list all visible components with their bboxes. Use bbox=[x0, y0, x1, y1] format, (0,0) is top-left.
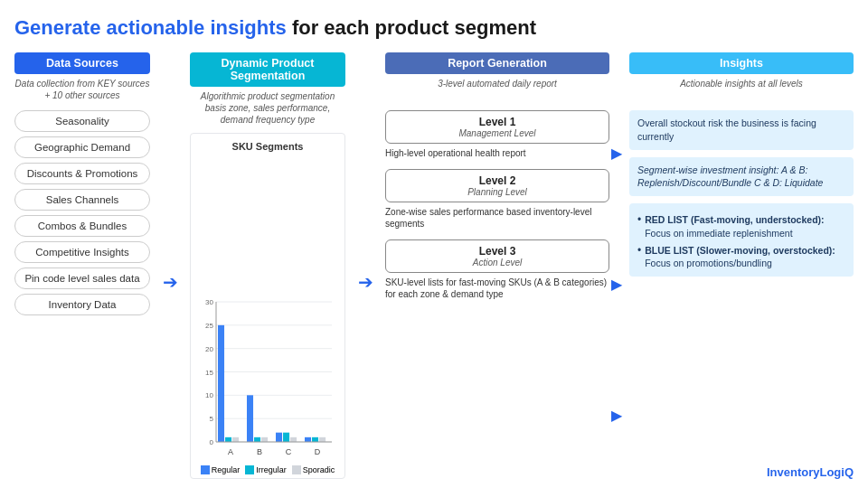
level-num: Level 2 bbox=[395, 174, 599, 187]
arrow-segmentation-to-report: ➔ bbox=[354, 52, 376, 479]
insights-subtext: Actionable insights at all levels bbox=[629, 78, 854, 103]
bar-chart-svg: 051015202530ABCD bbox=[196, 295, 339, 462]
bullet-dot: • bbox=[637, 213, 641, 228]
svg-text:A: A bbox=[228, 447, 233, 456]
data-source-item: Discounts & Promotions bbox=[14, 163, 150, 184]
title-bold: for each product segment bbox=[292, 16, 536, 39]
page-title: Generate actionable insights for each pr… bbox=[14, 16, 854, 40]
chart-title: SKU Segments bbox=[196, 141, 339, 152]
legend-regular: Regular bbox=[201, 465, 241, 474]
insight-card-2: Segment-wise investment insight: A & B: … bbox=[629, 157, 854, 196]
segmentation-col: Dynamic Product Segmentation Algorithmic… bbox=[190, 52, 345, 479]
insights-col: Overall stockout risk the business is fa… bbox=[629, 110, 854, 479]
chart-legend: Regular Irregular Sporadic bbox=[196, 465, 339, 474]
insight-card-3: •RED LIST (Fast-moving, understocked): F… bbox=[629, 203, 854, 277]
main-columns: Data Sources Data collection from KEY so… bbox=[14, 52, 854, 479]
legend-irregular: Irregular bbox=[245, 465, 287, 474]
svg-rect-18 bbox=[247, 395, 253, 442]
bullet-bold: RED LIST (Fast-moving, understocked): bbox=[645, 214, 824, 225]
insights-header: Insights bbox=[629, 52, 854, 74]
bullet-text: BLUE LIST (Slower-moving, overstocked): … bbox=[645, 244, 845, 270]
legend-sporadic-label: Sporadic bbox=[303, 465, 335, 474]
svg-text:C: C bbox=[286, 447, 292, 456]
report-to-insight-arrow: ▶ bbox=[611, 146, 627, 161]
report-subtext: 3-level automated daily report bbox=[385, 78, 609, 103]
page-wrapper: Generate actionable insights for each pr… bbox=[0, 0, 868, 488]
report-level-block: Level 2Planning LevelZone-wise sales per… bbox=[385, 169, 609, 230]
logo-part1: InventoryLog bbox=[767, 465, 841, 479]
svg-text:10: 10 bbox=[205, 391, 213, 399]
logo: InventoryLogiQ bbox=[767, 465, 854, 479]
data-sources-subtext: Data collection from KEY sources + 10 ot… bbox=[14, 78, 150, 103]
level-box: Level 2Planning Level bbox=[385, 169, 609, 202]
legend-regular-label: Regular bbox=[212, 465, 241, 474]
svg-rect-28 bbox=[319, 437, 326, 442]
insights-col-wrap: Insights Actionable insights at all leve… bbox=[629, 52, 854, 479]
insight-bullet: •RED LIST (Fast-moving, understocked): F… bbox=[637, 213, 845, 239]
data-source-item: Combos & Bundles bbox=[14, 215, 150, 237]
svg-rect-22 bbox=[276, 433, 282, 442]
data-source-item: Inventory Data bbox=[14, 294, 150, 315]
data-sources-header: Data Sources bbox=[14, 52, 150, 74]
svg-text:0: 0 bbox=[210, 438, 214, 446]
svg-rect-20 bbox=[261, 437, 268, 442]
chart-area: SKU Segments 051015202530ABCD Regular Ir… bbox=[190, 133, 345, 479]
level-box: Level 3Action Level bbox=[385, 239, 609, 273]
data-source-item: Geographic Demand bbox=[14, 136, 150, 158]
legend-sporadic-color bbox=[292, 465, 301, 474]
svg-text:15: 15 bbox=[205, 369, 213, 377]
svg-rect-16 bbox=[232, 437, 239, 442]
level-sub: Management Level bbox=[395, 128, 599, 138]
svg-text:D: D bbox=[315, 447, 321, 456]
insight-card-1: Overall stockout risk the business is fa… bbox=[629, 110, 854, 149]
svg-rect-24 bbox=[290, 437, 297, 442]
report-levels: Level 1Management LevelHigh-level operat… bbox=[385, 110, 609, 479]
level-desc: Zone-wise sales performance based invent… bbox=[385, 206, 609, 230]
arrow-right-icon: ➔ bbox=[163, 271, 178, 293]
report-level-block: Level 3Action LevelSKU-level lists for f… bbox=[385, 239, 609, 301]
bullet-bold: BLUE LIST (Slower-moving, overstocked): bbox=[645, 245, 835, 256]
report-to-insight-arrow: ▶ bbox=[611, 277, 627, 292]
report-to-insight-arrow: ▶ bbox=[611, 408, 627, 423]
level-sub: Planning Level bbox=[395, 187, 599, 197]
level-desc: High-level operational health report bbox=[385, 147, 526, 160]
title-highlight: Generate actionable insights bbox=[14, 16, 292, 39]
legend-regular-color bbox=[201, 465, 210, 474]
data-sources-col: Data Sources Data collection from KEY so… bbox=[14, 52, 150, 479]
segmentation-subtext: Algorithmic product segmentation basis z… bbox=[190, 90, 345, 126]
segmentation-header: Dynamic Product Segmentation bbox=[190, 52, 345, 87]
svg-rect-27 bbox=[312, 437, 318, 442]
level-num: Level 3 bbox=[395, 245, 599, 258]
level-sub: Action Level bbox=[395, 258, 599, 267]
report-header: Report Generation bbox=[385, 52, 609, 74]
logo-part2: iQ bbox=[841, 465, 854, 479]
level-desc: SKU-level lists for fast-moving SKUs (A … bbox=[385, 277, 609, 301]
svg-rect-26 bbox=[305, 437, 311, 442]
level-num: Level 1 bbox=[395, 116, 599, 128]
data-source-item: Seasonality bbox=[14, 110, 150, 132]
svg-text:B: B bbox=[257, 447, 262, 456]
svg-rect-15 bbox=[225, 437, 231, 442]
svg-rect-14 bbox=[218, 325, 224, 442]
bullet-dot: • bbox=[637, 244, 641, 258]
right-section: Report Generation 3-level automated dail… bbox=[385, 52, 854, 479]
data-source-item: Competitive Insights bbox=[14, 241, 150, 263]
data-sources-list: SeasonalityGeographic DemandDiscounts & … bbox=[14, 110, 150, 315]
svg-rect-23 bbox=[283, 433, 289, 442]
legend-sporadic: Sporadic bbox=[292, 465, 335, 474]
report-col: Report Generation 3-level automated dail… bbox=[385, 52, 609, 479]
insight-bullet: •BLUE LIST (Slower-moving, overstocked):… bbox=[637, 244, 845, 270]
arrow-right-icon-2: ➔ bbox=[358, 271, 373, 293]
level-box: Level 1Management Level bbox=[385, 110, 609, 144]
mid-arrows: ▶▶▶ bbox=[609, 52, 629, 479]
svg-rect-19 bbox=[254, 437, 260, 442]
svg-text:20: 20 bbox=[205, 345, 213, 353]
data-source-item: Pin code level sales data bbox=[14, 267, 150, 289]
arrow-datasources-to-segmentation: ➔ bbox=[159, 52, 181, 479]
svg-text:30: 30 bbox=[205, 298, 213, 306]
insight-card-2-text: Segment-wise investment insight: A & B: … bbox=[637, 164, 823, 189]
report-level-block: Level 1Management LevelHigh-level operat… bbox=[385, 110, 609, 160]
legend-irregular-color bbox=[245, 465, 254, 474]
legend-irregular-label: Irregular bbox=[256, 465, 287, 474]
svg-text:25: 25 bbox=[205, 322, 213, 330]
